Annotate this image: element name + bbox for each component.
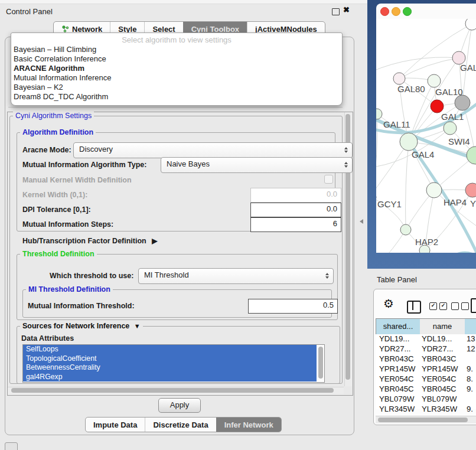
manual-kernel-label: Manual Kernel Width Definition bbox=[22, 176, 132, 184]
node-label: GAL bbox=[460, 63, 476, 73]
table-cell[interactable]: YPR145W bbox=[422, 364, 458, 373]
hub-definition-expander[interactable]: Hub/Transcription Factor Definition ▶ bbox=[22, 237, 157, 245]
node-gal10[interactable] bbox=[428, 74, 441, 87]
list-vscrollbar-thumb[interactable] bbox=[318, 347, 323, 379]
table-cell[interactable]: 13 bbox=[467, 334, 475, 343]
table-cell[interactable]: YER054C bbox=[422, 374, 457, 383]
table-cell[interactable]: 9. bbox=[467, 364, 473, 373]
table-cell[interactable]: YDR27... bbox=[422, 344, 454, 353]
collapse-down-icon: ▼ bbox=[134, 322, 141, 330]
node-salmon[interactable] bbox=[465, 183, 476, 197]
table-cell[interactable]: YBR043C bbox=[422, 354, 457, 363]
clear-columns-icon[interactable] bbox=[451, 302, 469, 310]
file-icon[interactable] bbox=[471, 298, 476, 313]
mi-threshold-field[interactable]: 0.5 bbox=[248, 299, 338, 314]
kernel-width-field[interactable]: 0.0 bbox=[250, 188, 341, 203]
panel-corner-button[interactable] bbox=[5, 442, 18, 450]
node-unlabeled[interactable] bbox=[465, 19, 476, 30]
aracne-mode-value: Discovery bbox=[79, 145, 113, 154]
float-panel-icon[interactable] bbox=[332, 8, 340, 15]
dropdown-item[interactable]: Basic Correlation Inference bbox=[11, 54, 342, 64]
table-hscrollbar-track bbox=[376, 416, 476, 423]
dropdown-item[interactable]: Bayesian – Hill Climbing bbox=[11, 45, 342, 54]
table-cell[interactable]: YDL19... bbox=[422, 334, 452, 343]
node-hap2[interactable] bbox=[400, 224, 411, 235]
list-vscrollbar-track bbox=[317, 345, 324, 380]
table-header-name[interactable]: name bbox=[420, 319, 465, 334]
table-cell[interactable]: YDR27... bbox=[379, 344, 411, 353]
mac-close-button[interactable] bbox=[380, 7, 389, 16]
node-gray[interactable] bbox=[455, 95, 470, 110]
tab-infer-network-label: Infer Network bbox=[224, 420, 273, 429]
mi-type-combo[interactable]: Naive Bayes bbox=[161, 157, 353, 173]
manual-kernel-checkbox[interactable] bbox=[324, 175, 333, 184]
table-cell[interactable]: 9. bbox=[467, 405, 473, 413]
node-label: HAP2 bbox=[415, 237, 438, 247]
threshold-definition-legend: Threshold Definition bbox=[20, 250, 97, 258]
table-cell[interactable]: YPR145W bbox=[379, 364, 416, 373]
sources-legend[interactable]: Sources for Network Inference ▼ bbox=[20, 322, 143, 330]
table-cell[interactable]: YBR045C bbox=[379, 384, 414, 393]
dpi-tolerance-field[interactable]: 0.0 bbox=[250, 203, 341, 217]
node-label: GAL1 bbox=[441, 112, 464, 122]
table-cell[interactable]: YBL079W bbox=[422, 394, 457, 403]
node-swi4[interactable] bbox=[444, 122, 457, 135]
list-item[interactable]: TopologicalCoefficient bbox=[23, 354, 317, 364]
node-label: GAL10 bbox=[435, 87, 463, 97]
aracne-mode-combo[interactable]: Discovery bbox=[73, 142, 353, 158]
dropdown-prompt: Select algorithm to view settings bbox=[11, 35, 342, 45]
select-all-columns-icon[interactable]: ✓ ✓ bbox=[429, 302, 447, 310]
table-header-shared-name[interactable]: shared... bbox=[376, 319, 420, 334]
node-gal11[interactable] bbox=[376, 109, 382, 119]
apply-button[interactable]: Apply bbox=[158, 398, 201, 413]
table-cell[interactable]: YBR043C bbox=[379, 354, 414, 363]
table-cell[interactable]: YLR345W bbox=[422, 405, 457, 413]
data-attributes-list: SelfLoops TopologicalCoefficient Between… bbox=[22, 344, 325, 383]
node-label: GAL4 bbox=[412, 149, 434, 159]
table-cell[interactable]: 8. bbox=[467, 374, 473, 383]
tab-discretize-data[interactable]: Discretize Data bbox=[145, 418, 216, 432]
table-cell[interactable]: 12 bbox=[467, 344, 475, 353]
table-cell[interactable]: YLR345W bbox=[379, 405, 415, 413]
splitpane-collapse-icon[interactable] bbox=[360, 219, 363, 224]
table-cell[interactable]: YBR045C bbox=[422, 384, 457, 393]
mi-steps-field[interactable]: 6 bbox=[250, 217, 341, 232]
list-item[interactable]: BetweennessCentrality bbox=[23, 363, 317, 373]
mac-minimize-button[interactable] bbox=[392, 7, 400, 16]
table-cell[interactable]: YER054C bbox=[379, 374, 414, 383]
network-canvas[interactable]: GAL GAL80 GAL10 GAL1 GAL11 SWI4 GAL4 GCY… bbox=[376, 19, 476, 253]
split-view-icon[interactable] bbox=[407, 301, 421, 314]
table-cell[interactable]: YBL079W bbox=[379, 394, 414, 403]
dropdown-item[interactable]: Bayesian – K2 bbox=[11, 83, 342, 92]
node-gal80[interactable] bbox=[393, 73, 405, 84]
dropdown-item-selected[interactable]: ARACNE Algorithm bbox=[11, 64, 342, 73]
settings-hscrollbar-thumb[interactable] bbox=[11, 388, 334, 393]
network-window-titlebar[interactable] bbox=[376, 4, 476, 19]
list-item[interactable]: SelfLoops bbox=[23, 345, 317, 354]
table-hscrollbar-thumb[interactable] bbox=[378, 418, 468, 422]
table-cell[interactable]: YDL19... bbox=[379, 334, 409, 343]
dpi-tolerance-label: DPI Tolerance [0,1]: bbox=[22, 206, 91, 214]
mac-zoom-button[interactable] bbox=[403, 7, 412, 16]
stepper-arrows-icon bbox=[344, 147, 348, 153]
which-threshold-combo[interactable]: MI Threshold bbox=[138, 268, 334, 284]
node-gal1[interactable] bbox=[431, 100, 444, 113]
table-header-col3[interactable] bbox=[465, 319, 476, 334]
tab-infer-network[interactable]: Infer Network bbox=[216, 418, 281, 432]
node-hap4[interactable] bbox=[426, 182, 442, 198]
aracne-mode-label: Aracne Mode: bbox=[22, 146, 71, 154]
close-panel-icon[interactable]: ✖ bbox=[343, 5, 350, 14]
mi-steps-label: Mutual Information Steps: bbox=[22, 220, 113, 229]
panel-title: Control Panel bbox=[6, 7, 53, 16]
unchecked-box-icon bbox=[451, 302, 459, 310]
tab-impute-data[interactable]: Impute Data bbox=[86, 418, 145, 432]
network-nodes bbox=[376, 19, 476, 253]
node-label: GAL80 bbox=[397, 84, 425, 94]
dropdown-item[interactable]: Dream8 DC_TDC Algorithm bbox=[11, 92, 342, 102]
node-gal4[interactable] bbox=[400, 133, 418, 151]
gear-icon[interactable]: ⚙ bbox=[383, 298, 394, 309]
list-item[interactable]: gal4RGexp bbox=[23, 373, 317, 382]
dropdown-item[interactable]: Mutual Information Inference bbox=[11, 73, 342, 83]
table-cell[interactable]: 9. bbox=[467, 384, 473, 393]
cyni-settings-legend: Cyni Algorithm Settings bbox=[13, 112, 94, 120]
